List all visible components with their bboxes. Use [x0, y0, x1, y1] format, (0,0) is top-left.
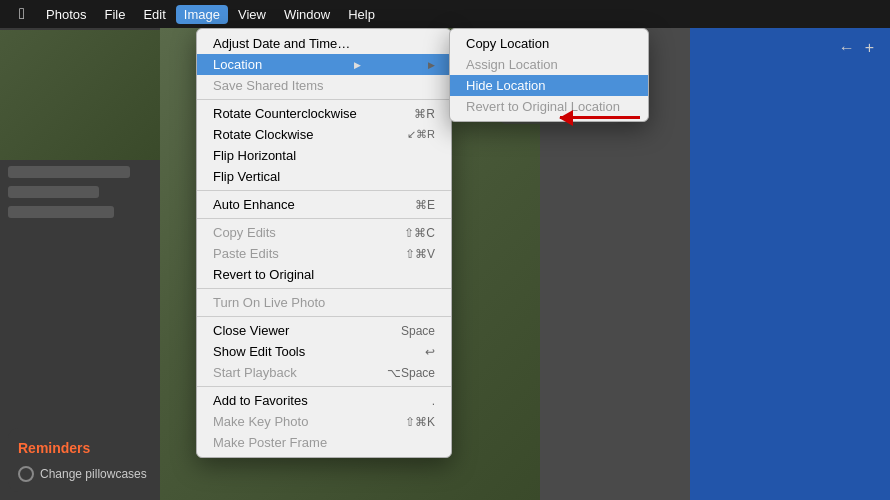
- menu-location-label: Location: [213, 57, 262, 72]
- toolbar-icon-1[interactable]: ←: [839, 39, 855, 57]
- menu-rotate-ccw[interactable]: Rotate Counterclockwise ⌘R: [197, 103, 451, 124]
- menubar:  Photos File Edit Image View Window Hel…: [0, 0, 890, 28]
- menu-add-favorites-shortcut: .: [432, 394, 435, 408]
- menubar-view[interactable]: View: [230, 5, 274, 24]
- menu-rotate-cw-label: Rotate Clockwise: [213, 127, 313, 142]
- menubar-file[interactable]: File: [96, 5, 133, 24]
- menu-show-edit-shortcut: ↩: [425, 345, 435, 359]
- menu-sep-1: [197, 99, 451, 100]
- menu-flip-h-label: Flip Horizontal: [213, 148, 296, 163]
- menubar-image[interactable]: Image: [176, 5, 228, 24]
- menu-close-viewer[interactable]: Close Viewer Space: [197, 320, 451, 341]
- photo-bg-right: [690, 28, 890, 500]
- menubar-edit[interactable]: Edit: [135, 5, 173, 24]
- submenu-hide-location[interactable]: Hide Location: [450, 75, 648, 96]
- red-arrow: [560, 116, 640, 119]
- menu-key-photo: Make Key Photo ⇧⌘K: [197, 411, 451, 432]
- menubar-photos[interactable]: Photos: [38, 5, 94, 24]
- menu-auto-enhance[interactable]: Auto Enhance ⌘E: [197, 194, 451, 215]
- menu-start-playback: Start Playback ⌥Space: [197, 362, 451, 383]
- reminder-circle: [18, 466, 34, 482]
- menu-flip-v[interactable]: Flip Vertical: [197, 166, 451, 187]
- menu-add-favorites-label: Add to Favorites: [213, 393, 308, 408]
- menu-sep-3: [197, 218, 451, 219]
- menu-paste-edits-label: Paste Edits: [213, 246, 279, 261]
- menu-copy-edits: Copy Edits ⇧⌘C: [197, 222, 451, 243]
- menu-close-viewer-label: Close Viewer: [213, 323, 289, 338]
- submenu-hide-location-label: Hide Location: [466, 78, 546, 93]
- menu-close-viewer-shortcut: Space: [401, 324, 435, 338]
- menubar-window[interactable]: Window: [276, 5, 338, 24]
- menu-rotate-ccw-label: Rotate Counterclockwise: [213, 106, 357, 121]
- menu-live-photo-label: Turn On Live Photo: [213, 295, 325, 310]
- menu-add-favorites[interactable]: Add to Favorites .: [197, 390, 451, 411]
- menu-rotate-cw[interactable]: Rotate Clockwise ↙⌘R: [197, 124, 451, 145]
- menu-auto-enhance-shortcut: ⌘E: [415, 198, 435, 212]
- menu-key-photo-shortcut: ⇧⌘K: [405, 415, 435, 429]
- sidebar-bar-1: [8, 166, 130, 178]
- submenu-assign-location-label: Assign Location: [466, 57, 558, 72]
- menu-flip-v-label: Flip Vertical: [213, 169, 280, 184]
- menu-adjust-date-label: Adjust Date and Time…: [213, 36, 350, 51]
- menu-revert[interactable]: Revert to Original: [197, 264, 451, 285]
- menu-revert-label: Revert to Original: [213, 267, 314, 282]
- menu-location[interactable]: Location ▶: [197, 54, 451, 75]
- menu-key-photo-label: Make Key Photo: [213, 414, 308, 429]
- reminders-title: Reminders: [18, 440, 90, 456]
- menubar-help[interactable]: Help: [340, 5, 383, 24]
- menu-auto-enhance-label: Auto Enhance: [213, 197, 295, 212]
- menu-flip-h[interactable]: Flip Horizontal: [197, 145, 451, 166]
- menu-save-shared-label: Save Shared Items: [213, 78, 324, 93]
- submenu-revert-location: Revert to Original Location: [450, 96, 648, 117]
- menu-rotate-cw-shortcut: ↙⌘R: [407, 128, 435, 141]
- menu-rotate-ccw-shortcut: ⌘R: [414, 107, 435, 121]
- menu-poster-frame-label: Make Poster Frame: [213, 435, 327, 450]
- sidebar-bar-3: [8, 206, 114, 218]
- image-menu-dropdown: Adjust Date and Time… Location ▶ Save Sh…: [196, 28, 452, 458]
- menu-copy-edits-label: Copy Edits: [213, 225, 276, 240]
- menu-adjust-date[interactable]: Adjust Date and Time…: [197, 33, 451, 54]
- menu-location-arrow: ▶: [354, 60, 361, 70]
- submenu-assign-location: Assign Location: [450, 54, 648, 75]
- menu-show-edit-label: Show Edit Tools: [213, 344, 305, 359]
- menu-copy-edits-shortcut: ⇧⌘C: [404, 226, 435, 240]
- menu-start-playback-shortcut: ⌥Space: [387, 366, 435, 380]
- menu-poster-frame: Make Poster Frame: [197, 432, 451, 453]
- menu-paste-edits: Paste Edits ⇧⌘V: [197, 243, 451, 264]
- submenu-copy-location-label: Copy Location: [466, 36, 549, 51]
- reminder-text: Change pillowcases: [40, 467, 147, 481]
- toolbar-icon-2[interactable]: +: [865, 39, 874, 57]
- menu-sep-4: [197, 288, 451, 289]
- location-submenu: Copy Location Assign Location Hide Locat…: [449, 28, 649, 122]
- menu-sep-2: [197, 190, 451, 191]
- menu-live-photo: Turn On Live Photo: [197, 292, 451, 313]
- menu-paste-edits-shortcut: ⇧⌘V: [405, 247, 435, 261]
- apple-menu[interactable]: : [8, 0, 36, 28]
- submenu-revert-location-label: Revert to Original Location: [466, 99, 620, 114]
- sidebar-items: [0, 160, 160, 224]
- submenu-copy-location[interactable]: Copy Location: [450, 33, 648, 54]
- menu-sep-6: [197, 386, 451, 387]
- menu-save-shared: Save Shared Items: [197, 75, 451, 96]
- sidebar-bar-2: [8, 186, 99, 198]
- menu-show-edit[interactable]: Show Edit Tools ↩: [197, 341, 451, 362]
- menu-start-playback-label: Start Playback: [213, 365, 297, 380]
- sidebar-photo-thumbnail: [0, 30, 160, 160]
- menu-sep-5: [197, 316, 451, 317]
